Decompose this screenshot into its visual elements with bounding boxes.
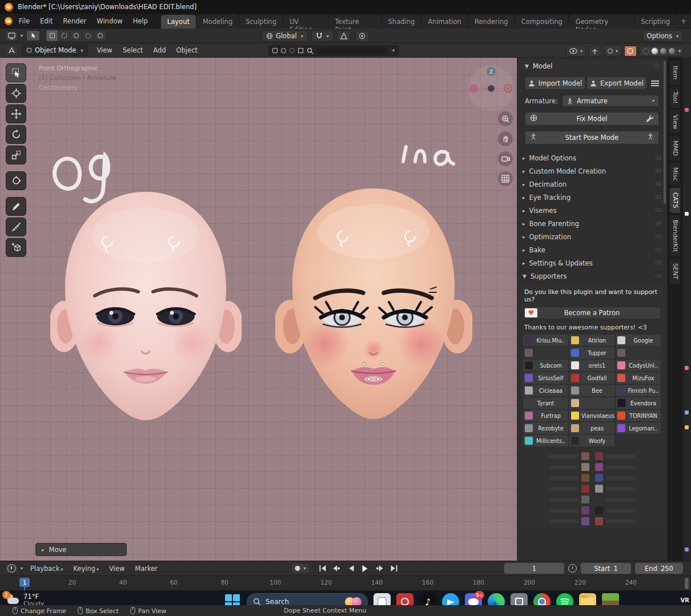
workspace-tab-shading[interactable]: Shading — [382, 15, 421, 29]
visibility-filter-bar[interactable]: ▾ — [268, 45, 399, 56]
section-model-options[interactable]: ▸Model Options⠿⠿ — [520, 151, 664, 164]
supporter-millicents-[interactable]: Millicents.. — [523, 435, 568, 446]
blender-menu-icon[interactable] — [5, 17, 13, 25]
section-bone-parenting[interactable]: ▸Bone Parenting⠿⠿ — [520, 217, 664, 230]
zoom-icon[interactable] — [498, 111, 513, 126]
supporter-googie[interactable]: Googie — [616, 335, 661, 346]
timeline-menu-view[interactable]: View — [104, 562, 130, 575]
workspace-tab-compositing[interactable]: Compositing — [515, 15, 569, 29]
section-custom-model-creation[interactable]: ▸Custom Model Creation⠿⠿ — [520, 164, 664, 178]
section-optimization[interactable]: ▸Optimization⠿⠿ — [520, 230, 664, 243]
supporter-vianvolaeus[interactable]: Vianvolaeus — [569, 410, 614, 421]
timeline-menu-playback[interactable]: Playback▾ — [25, 562, 68, 575]
supporter-tyrant[interactable]: Tyrant — [523, 397, 568, 409]
workspace-tab-animation[interactable]: Animation — [421, 15, 468, 29]
sidebar-tab-misc[interactable]: Misc — [670, 163, 681, 186]
jump-to-start-button[interactable] — [316, 563, 329, 574]
viewport-menu-object[interactable]: Object — [171, 44, 203, 57]
sidebar-tab-mmd[interactable]: MMD — [670, 136, 681, 160]
timeline-scrollbar[interactable] — [685, 578, 689, 589]
select-mode-lasso[interactable] — [82, 30, 94, 41]
visibility-dropdown[interactable]: ▾ — [566, 45, 586, 57]
armature-dropdown[interactable]: Armature ▾ — [562, 95, 659, 107]
current-frame-badge[interactable]: 1 — [19, 578, 30, 587]
supporter-furtrap[interactable]: Furtrap — [523, 410, 568, 421]
play-button[interactable] — [359, 563, 372, 574]
snap-toggle-button[interactable] — [337, 31, 351, 42]
supporter-legoman-[interactable]: Legoman.. — [616, 422, 661, 434]
select-mode-box[interactable] — [58, 30, 70, 41]
tool-select-box[interactable] — [6, 63, 26, 82]
auto-keying-toggle[interactable]: ▾ — [291, 563, 310, 574]
viewport-menu-view[interactable]: View — [91, 44, 117, 57]
rendered-shading-button[interactable] — [669, 48, 675, 54]
sidebar-tab-cats[interactable]: CATS — [670, 188, 681, 213]
play-reverse-button[interactable] — [345, 563, 357, 574]
tool-measure[interactable] — [6, 218, 26, 236]
options-dropdown[interactable]: Options ▾ — [642, 30, 683, 42]
proportional-edit-button[interactable] — [355, 31, 369, 42]
head-model-og[interactable] — [50, 183, 242, 431]
supporter-unnamed[interactable] — [569, 397, 614, 409]
head-model-ina[interactable] — [275, 180, 472, 429]
section-supporters[interactable]: ▼ Supporters ⠿⠿ — [520, 269, 664, 283]
supporter-unnamed[interactable] — [616, 347, 661, 359]
fix-model-button[interactable]: Fix Model — [525, 112, 659, 126]
export-model-button[interactable]: Export Model — [586, 77, 647, 90]
sidebar-tab-blenderkit[interactable]: BlenderKit — [670, 215, 681, 256]
section-eye-tracking[interactable]: ▸Eye Tracking⠿⠿ — [520, 191, 664, 204]
sidebar-tab-view[interactable]: View — [670, 110, 681, 134]
tool-annotate[interactable] — [6, 197, 26, 216]
material-shading-button[interactable] — [660, 48, 666, 54]
timeline-ruler[interactable]: 1 20406080100120140160180200220240 — [0, 575, 691, 590]
menu-render[interactable]: Render — [58, 15, 91, 27]
select-mode-tweak[interactable] — [46, 30, 58, 41]
next-keyframe-button[interactable] — [373, 563, 386, 574]
gizmos-toggle-button[interactable] — [589, 46, 601, 57]
tool-scale[interactable] — [6, 146, 26, 164]
viewport-menu-add[interactable]: Add — [148, 44, 171, 57]
use-preview-range-icon[interactable] — [568, 564, 577, 573]
supporter-orels1[interactable]: orels1 — [569, 360, 614, 371]
tool-add-cube[interactable] — [6, 238, 26, 257]
supporter-unnamed[interactable] — [523, 347, 568, 359]
navigation-gizmo[interactable]: Z — [467, 65, 515, 112]
mode-dropdown[interactable]: Object Mode ▾ — [22, 45, 88, 56]
supporter-codysuni-[interactable]: CodysUni.. — [616, 360, 661, 371]
viewport-menu-select[interactable]: Select — [118, 44, 148, 57]
workspace-tab-scripting[interactable]: Scripting — [634, 15, 676, 29]
supporter-finnish-pu-[interactable]: Finnish Pu.. — [616, 385, 661, 396]
section-visemes[interactable]: ▸Visemes⠿⠿ — [520, 204, 664, 217]
filter-input[interactable] — [317, 47, 388, 54]
overlays-dropdown[interactable]: ▾ — [604, 45, 621, 57]
supporter-torinyan[interactable]: TORINYAN — [616, 410, 661, 421]
start-pose-mode-button[interactable]: Start Pose Mode — [525, 131, 659, 144]
timeline-editor-type-button[interactable] — [5, 563, 18, 574]
import-model-button[interactable]: Import Model — [525, 77, 585, 90]
active-tool-icon[interactable] — [26, 30, 40, 41]
workspace-tab-uv-editing[interactable]: UV Editing — [283, 15, 328, 29]
panel-menu-icon[interactable] — [651, 80, 659, 86]
timeline-menu-marker[interactable]: Marker — [130, 562, 163, 575]
timeline-menu-keying[interactable]: Keying▾ — [68, 562, 104, 575]
workspace-tab-geometry-nodes[interactable]: Geometry Nodes — [569, 15, 634, 29]
become-patron-button[interactable]: ♥ Become a Patron — [523, 307, 661, 319]
menu-window[interactable]: Window — [91, 15, 127, 27]
workspace-tab-layout[interactable]: Layout — [161, 15, 196, 29]
select-mode-extra[interactable] — [94, 30, 106, 41]
viewport-editor-type-button[interactable] — [5, 45, 18, 56]
current-frame-field[interactable]: 1 — [504, 563, 564, 574]
frame-end-field[interactable]: End 250 — [635, 563, 683, 574]
supporter-tupper[interactable]: Tupper — [569, 347, 614, 359]
supporter-siriusself[interactable]: SiriusSelf — [523, 372, 568, 384]
supporter-peas[interactable]: peas — [569, 422, 614, 434]
workspace-tab-sculpting[interactable]: Sculpting — [239, 15, 283, 29]
workspace-tab-texture-paint[interactable]: Texture Paint — [329, 15, 381, 29]
menu-edit[interactable]: Edit — [35, 15, 58, 27]
workspace-tab-modeling[interactable]: Modeling — [196, 15, 239, 29]
select-mode-circle[interactable] — [70, 30, 82, 41]
xray-toggle-button[interactable] — [624, 46, 637, 57]
supporter-subcom[interactable]: Subcom — [523, 360, 568, 371]
section-bake[interactable]: ▸Bake⠿⠿ — [520, 243, 664, 256]
wireframe-shading-button[interactable] — [643, 48, 649, 54]
